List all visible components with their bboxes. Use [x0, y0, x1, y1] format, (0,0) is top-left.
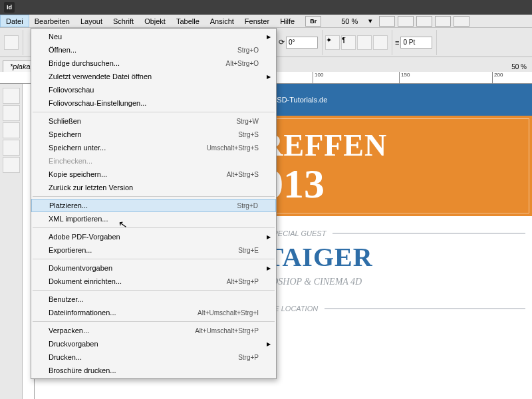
wrap-icon[interactable] — [373, 35, 388, 50]
menu-item-label: Bridge durchsuchen... — [49, 59, 226, 67]
menu-shortcut: Strg+D — [237, 202, 258, 209]
menu-shortcut: Strg+P — [238, 354, 259, 361]
menu-item-label: Speichern unter... — [49, 144, 207, 152]
chevron-down-icon[interactable]: ▾ — [363, 15, 378, 27]
menu-item[interactable]: Adobe PDF-Vorgaben▶ — [31, 230, 276, 243]
view-mode-button-1[interactable] — [379, 16, 395, 27]
screen-mode-button[interactable] — [454, 16, 469, 27]
submenu-arrow-icon: ▶ — [267, 74, 271, 80]
reference-point-icon[interactable] — [4, 35, 19, 50]
menu-item[interactable]: Benutzer... — [31, 293, 276, 306]
menu-item[interactable]: Dokumentvorgaben▶ — [31, 261, 276, 275]
menu-shortcut: Strg+O — [237, 47, 259, 54]
control-group-geometry — [4, 30, 23, 55]
menu-item[interactable]: Druckvorgaben▶ — [31, 337, 276, 350]
menu-item[interactable]: Verpacken...Alt+Umschalt+Strg+P — [31, 324, 276, 337]
paragraph-icon[interactable]: ¶ — [341, 35, 356, 50]
submenu-arrow-icon: ▶ — [267, 234, 271, 240]
app-icon: Id — [4, 2, 15, 13]
menu-separator — [33, 227, 275, 228]
menu-bearbeiten[interactable]: Bearbeiten — [29, 15, 75, 27]
align-icon[interactable] — [357, 35, 372, 50]
menu-separator — [33, 196, 275, 197]
submenu-arrow-icon: ▶ — [267, 34, 271, 40]
menu-item[interactable]: Exportieren...Strg+E — [31, 243, 276, 257]
menu-item-label: Foliovorschau — [49, 86, 259, 94]
page-tool[interactable] — [3, 122, 20, 138]
menubar: Datei Bearbeiten Layout Schrift Objekt T… — [0, 15, 532, 28]
menu-item[interactable]: Bridge durchsuchen...Alt+Strg+O — [31, 57, 276, 70]
rotation-field[interactable]: 0° — [286, 37, 318, 49]
ruler-tick: 200 — [492, 72, 503, 84]
menu-item[interactable]: Broschüre drucken... — [31, 364, 276, 377]
menu-item[interactable]: Kopie speichern...Alt+Strg+S — [31, 168, 276, 181]
menu-item[interactable]: Foliovorschau — [31, 83, 276, 96]
stroke-icon: ≡ — [395, 39, 399, 47]
menu-datei[interactable]: Datei — [0, 15, 29, 27]
menu-item[interactable]: Foliovorschau-Einstellungen... — [31, 96, 276, 110]
menu-item-label: Zuletzt verwendete Datei öffnen — [49, 72, 259, 80]
gap-tool[interactable] — [3, 140, 20, 156]
menu-item[interactable]: Zuletzt verwendete Datei öffnen▶ — [31, 70, 276, 83]
control-group-rotate: ⟳ 0° — [279, 30, 323, 55]
menu-item[interactable]: Zurück zur letzten Version — [31, 181, 276, 194]
menu-ansicht[interactable]: Ansicht — [205, 15, 239, 27]
menu-item-label: Speichern — [49, 130, 238, 138]
menu-item-label: Dateiinformationen... — [49, 309, 198, 317]
menu-separator — [33, 259, 275, 259]
menu-item[interactable]: Öffnen...Strg+O — [31, 43, 276, 57]
tool-panel — [0, 84, 23, 399]
menu-item[interactable]: Speichern unter...Umschalt+Strg+S — [31, 141, 276, 154]
control-group-stroke: ≡ 0 Pt — [395, 30, 437, 55]
menu-item[interactable]: Dateiinformationen...Alt+Umschalt+Strg+I — [31, 306, 276, 319]
menu-objekt[interactable]: Objekt — [139, 15, 171, 27]
menu-item: Einchecken... — [31, 154, 276, 168]
menu-item-label: Dokumentvorgaben — [49, 264, 259, 272]
selection-tool[interactable] — [3, 88, 20, 104]
menu-schrift[interactable]: Schrift — [108, 15, 139, 27]
effect-icon[interactable]: ✦ — [325, 35, 340, 50]
direct-selection-tool[interactable] — [3, 105, 20, 121]
menu-shortcut: Alt+Strg+S — [227, 171, 259, 178]
menu-fenster[interactable]: Fenster — [239, 15, 275, 27]
document-tab-label: *plaka — [10, 63, 31, 70]
menu-item-label: Zurück zur letzten Version — [49, 184, 259, 192]
menu-item[interactable]: SchließenStrg+W — [31, 114, 276, 128]
stroke-field[interactable]: 0 Pt — [400, 37, 432, 49]
submenu-arrow-icon: ▶ — [267, 265, 271, 271]
type-tool[interactable] — [3, 157, 20, 173]
menu-tabelle[interactable]: Tabelle — [171, 15, 205, 27]
view-mode-button-2[interactable] — [398, 16, 414, 27]
view-mode-button-3[interactable] — [416, 16, 432, 27]
menu-shortcut: Strg+S — [238, 131, 259, 138]
menu-item-label: XML importieren... — [49, 215, 259, 223]
menu-shortcut: Umschalt+Strg+S — [207, 144, 259, 152]
menu-item-label: Platzieren... — [49, 201, 237, 209]
menu-item[interactable]: Dokument einrichten...Alt+Strg+P — [31, 275, 276, 288]
zoom-level[interactable]: 50 % — [336, 15, 363, 27]
control-group-effects: ✦ ¶ — [325, 30, 392, 55]
menu-item[interactable]: Neu▶ — [31, 30, 276, 43]
menu-item[interactable]: Drucken...Strg+P — [31, 350, 276, 364]
menu-separator — [33, 112, 275, 112]
titlebar: Id — [0, 0, 532, 15]
rotate-icon: ⟳ — [279, 38, 285, 47]
menu-separator — [33, 321, 275, 322]
menu-item-label: Drucken... — [49, 353, 238, 361]
menu-item[interactable]: Platzieren...Strg+D — [31, 199, 276, 212]
menu-hilfe[interactable]: Hilfe — [275, 15, 300, 27]
menu-item-label: Adobe PDF-Vorgaben — [49, 233, 259, 241]
arrange-button[interactable] — [435, 16, 451, 27]
menu-item[interactable]: SpeichernStrg+S — [31, 128, 276, 141]
menu-layout[interactable]: Layout — [75, 15, 108, 27]
menu-item-label: Foliovorschau-Einstellungen... — [49, 99, 259, 107]
bridge-button[interactable]: Br — [305, 16, 321, 27]
menu-item-label: Broschüre drucken... — [49, 366, 259, 374]
menu-shortcut: Alt+Umschalt+Strg+P — [195, 327, 259, 334]
tab-zoom-label: 50 % — [506, 62, 532, 72]
menu-shortcut: Alt+Strg+P — [227, 278, 259, 285]
menu-shortcut: Alt+Strg+O — [226, 60, 259, 67]
menu-item-label: Benutzer... — [49, 295, 259, 303]
menu-item[interactable]: XML importieren... — [31, 212, 276, 225]
menu-item-label: Schließen — [49, 117, 236, 125]
